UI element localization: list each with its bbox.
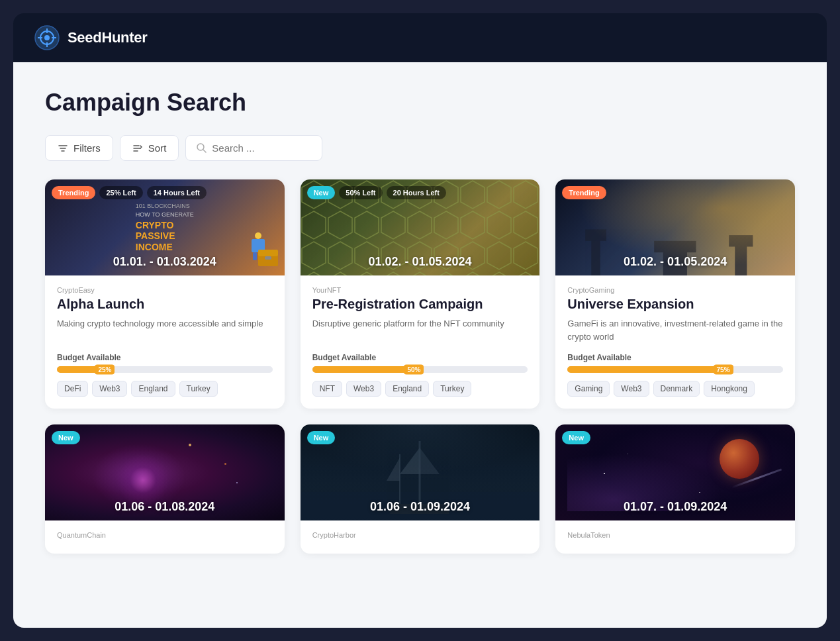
tag-denmark: Denmark: [653, 381, 700, 397]
card-image-4: New 01.06 - 01.08.2024: [45, 424, 285, 520]
svg-rect-15: [255, 232, 261, 239]
card1-progress-bg: 25%: [57, 366, 273, 373]
tag-hongkong: Hongkong: [704, 381, 755, 397]
card5-badge-row: New: [307, 431, 336, 444]
card-image-6: New 01.07. - 01.09.2024: [555, 424, 795, 520]
card2-budget-label: Budget Available: [312, 353, 528, 362]
toolbar: Filters Sort: [45, 135, 795, 161]
svg-point-2: [44, 35, 50, 40]
tag-nft: NFT: [312, 381, 342, 397]
card3-date: 01.02. - 01.05.2024: [555, 248, 795, 275]
sort-label: Sort: [148, 142, 167, 154]
card1-body: CryptoEasy Alpha Launch Making crypto te…: [45, 275, 285, 409]
card1-desc: Making crypto technology more accessible…: [57, 317, 273, 344]
card2-title: Pre-Registration Campaign: [312, 297, 528, 312]
card2-budget: Budget Available 50%: [312, 353, 528, 373]
svg-line-14: [203, 150, 206, 152]
badge-pct-1: 25% Left: [99, 186, 142, 199]
badge-time-2: 20 Hours Left: [387, 186, 446, 199]
card6-date: 01.07. - 01.09.2024: [555, 493, 795, 520]
card4-brand: QuantumChain: [57, 531, 273, 539]
cards-grid: 101 Blockchains HOW TO GENERATE CRYPTOPA…: [45, 179, 795, 554]
card1-budget: Budget Available 25%: [57, 353, 273, 373]
card6-badge-row: New: [562, 431, 590, 444]
card5-body: CryptoHarbor: [301, 520, 540, 554]
card3-progress-bg: 75%: [567, 366, 783, 373]
filters-icon: [58, 143, 68, 154]
card2-date: 01.02. - 01.05.2024: [301, 248, 540, 275]
filters-button[interactable]: Filters: [45, 135, 113, 161]
card1-title: Alpha Launch: [57, 297, 273, 312]
logo-icon: [34, 25, 60, 50]
card5-brand: CryptoHarbor: [312, 531, 528, 539]
app-name: SeedHunter: [68, 29, 147, 46]
card6-brand: NebulaToken: [567, 531, 783, 539]
search-input-wrap[interactable]: [185, 135, 322, 161]
campaign-card-1[interactable]: 101 Blockchains HOW TO GENERATE CRYPTOPA…: [45, 179, 285, 409]
card3-title: Universe Expansion: [567, 297, 783, 312]
tag-defi: DeFi: [57, 381, 88, 397]
campaign-card-3[interactable]: Trending 01.02. - 01.05.2024 CryptoGamin…: [555, 179, 795, 409]
search-icon: [197, 143, 207, 153]
card3-budget-label: Budget Available: [567, 353, 783, 362]
sort-icon: [132, 143, 143, 154]
campaign-card-6[interactable]: New 01.07. - 01.09.2024 NebulaToken: [555, 424, 795, 554]
tag-turkey-2: Turkey: [433, 381, 471, 397]
card4-badge-row: New: [52, 431, 80, 444]
card3-progress-label: 75%: [714, 365, 733, 375]
app-wrapper: SeedHunter Campaign Search Filters: [13, 13, 827, 628]
badge-new-4: New: [52, 431, 80, 444]
navbar: SeedHunter: [13, 13, 827, 62]
card3-badge-row: Trending: [562, 186, 606, 199]
card3-progress-fill: 75%: [567, 366, 729, 373]
card1-badge-row: Trending 25% Left 14 Hours Left: [52, 186, 207, 199]
tag-gaming: Gaming: [567, 381, 610, 397]
card2-tags: NFT Web3 England Turkey: [312, 381, 528, 397]
badge-trending-3: Trending: [562, 186, 606, 199]
card3-brand: CryptoGaming: [567, 286, 783, 294]
card-image-3: Trending 01.02. - 01.05.2024: [555, 179, 795, 275]
search-input[interactable]: [212, 142, 311, 154]
card2-badge-row: New 50% Left 20 Hours Left: [307, 186, 446, 199]
tag-web3-3: Web3: [614, 381, 649, 397]
card1-sub-text: 101 Blockchains: [136, 202, 194, 209]
campaign-card-5[interactable]: New 01.06 - 01.09.2024 CryptoHarbor: [301, 424, 540, 554]
card3-tags: Gaming Web3 Denmark Hongkong: [567, 381, 783, 397]
card2-desc: Disruptive generic platform for the NFT …: [312, 317, 528, 344]
tag-web3-2: Web3: [346, 381, 381, 397]
badge-new-5: New: [307, 431, 336, 444]
card-image-5: New 01.06 - 01.09.2024: [301, 424, 540, 520]
badge-new-2: New: [307, 186, 336, 199]
filters-label: Filters: [73, 142, 101, 154]
card6-body: NebulaToken: [555, 520, 795, 554]
card4-date: 01.06 - 01.08.2024: [45, 493, 285, 520]
card1-tags: DeFi Web3 England Turkey: [57, 381, 273, 397]
card1-budget-label: Budget Available: [57, 353, 273, 362]
card2-brand: YourNFT: [312, 286, 528, 294]
badge-time-1: 14 Hours Left: [147, 186, 207, 199]
main-content: Campaign Search Filters Sort: [13, 62, 827, 628]
card2-progress-fill: 50%: [312, 366, 420, 373]
card3-desc: GameFi is an innovative, investment-rela…: [567, 317, 783, 344]
card2-progress-label: 50%: [404, 365, 424, 375]
card1-brand: CryptoEasy: [57, 286, 273, 294]
card5-date: 01.06 - 01.09.2024: [301, 493, 540, 520]
card4-body: QuantumChain: [45, 520, 285, 554]
campaign-card-4[interactable]: New 01.06 - 01.08.2024 QuantumChain: [45, 424, 285, 554]
card3-body: CryptoGaming Universe Expansion GameFi i…: [555, 275, 795, 409]
tag-england-1: England: [131, 381, 175, 397]
card2-progress-bg: 50%: [312, 366, 528, 373]
card1-date: 01.01. - 01.03.2024: [45, 248, 285, 275]
tag-turkey-1: Turkey: [179, 381, 218, 397]
page-title: Campaign Search: [45, 89, 795, 117]
campaign-card-2[interactable]: New 50% Left 20 Hours Left 01.02. - 01.0…: [301, 179, 540, 409]
card2-body: YourNFT Pre-Registration Campaign Disrup…: [301, 275, 540, 409]
sort-button[interactable]: Sort: [120, 135, 179, 161]
badge-trending-1: Trending: [52, 186, 95, 199]
card3-budget: Budget Available 75%: [567, 353, 783, 373]
card1-progress-label: 25%: [95, 365, 115, 375]
tag-england-2: England: [385, 381, 429, 397]
badge-pct-2: 50% Left: [339, 186, 382, 199]
card-image-1: 101 Blockchains HOW TO GENERATE CRYPTOPA…: [45, 179, 285, 275]
card1-progress-fill: 25%: [57, 366, 111, 373]
